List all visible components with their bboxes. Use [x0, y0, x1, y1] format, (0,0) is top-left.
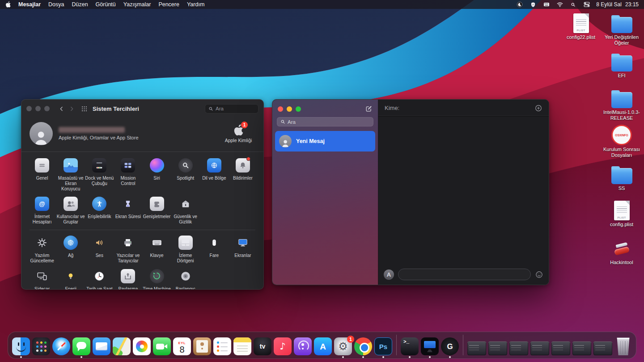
desktop-icon-yeri-degistirilen-ogeler[interactable]: Yeri Değiştirilen Öğeler: [601, 11, 642, 46]
dock-display-app[interactable]: [421, 337, 439, 355]
menu-item-3[interactable]: Görüntü: [96, 1, 116, 8]
dock-messages[interactable]: [72, 337, 90, 355]
desktop-icon-hackintool[interactable]: Hackintool: [601, 236, 642, 265]
show-all-icon[interactable]: [81, 105, 88, 112]
dock-mail[interactable]: [93, 337, 110, 355]
dock-safari[interactable]: [52, 337, 70, 355]
keyboard-icon[interactable]: [542, 1, 550, 8]
pref-tarih-saat[interactable]: Tarih ve Saat: [85, 268, 114, 290]
messages-search-field[interactable]: Ara: [277, 117, 373, 126]
dock-music[interactable]: ♪: [274, 337, 292, 355]
pref-baslangic[interactable]: Başlangıç Diski: [171, 268, 200, 290]
dock-trash[interactable]: [614, 337, 632, 355]
emoji-picker-icon[interactable]: [535, 270, 543, 279]
pref-genisletmeler[interactable]: Genişletmeler: [143, 195, 171, 225]
pref-sidecar[interactable]: Sidecar: [28, 268, 56, 290]
pref-yazicilar[interactable]: Yazıcılar ve Tarayıcılar: [114, 234, 142, 264]
dock-photoshop[interactable]: Ps: [374, 337, 392, 355]
menu-item-5[interactable]: Pencere: [158, 1, 179, 8]
pref-ses[interactable]: Ses: [85, 234, 114, 264]
pref-dil-bolge[interactable]: Dil ve Bölge: [200, 157, 229, 191]
menu-item-6[interactable]: Yardım: [187, 1, 204, 8]
pref-klavye[interactable]: Klavye: [143, 234, 171, 264]
zoom-button[interactable]: [44, 106, 50, 111]
dock-minimized-window[interactable]: [593, 337, 612, 355]
dock-terminal[interactable]: >_: [401, 337, 419, 355]
dock-reminders[interactable]: [213, 337, 231, 355]
dock-launchpad[interactable]: [32, 337, 50, 355]
titlebar[interactable]: Sistem Tercihleri Ara: [21, 100, 263, 118]
spotlight-icon[interactable]: [569, 1, 577, 8]
menubar-app-name[interactable]: Mesajlar: [18, 1, 41, 8]
dock-minimized-window[interactable]: [530, 337, 549, 355]
dock-minimized-window[interactable]: [572, 337, 591, 355]
dock-photos[interactable]: [133, 337, 151, 355]
dock-contacts[interactable]: [193, 337, 211, 355]
pref-ekran-suresi[interactable]: Ekran Süresi: [114, 195, 142, 225]
pref-bildirimler[interactable]: Bildirimler: [229, 157, 257, 191]
pref-kullanicilar[interactable]: Kullanıcılar ve Gruplar: [56, 195, 85, 225]
dock-appletv[interactable]: tv: [254, 337, 271, 355]
dock-appstore[interactable]: A: [314, 337, 332, 355]
apple-menu-icon[interactable]: [5, 1, 11, 8]
dark-mode-icon[interactable]: [516, 1, 523, 8]
pref-erisilebilirlik[interactable]: Erişilebilirlik: [85, 195, 114, 225]
control-center-icon[interactable]: [583, 1, 590, 8]
pref-genel[interactable]: Genel: [28, 157, 56, 191]
wifi-icon[interactable]: [556, 1, 564, 8]
dock-podcasts[interactable]: [294, 337, 312, 355]
dock-logitech-g[interactable]: G: [441, 337, 459, 355]
back-button[interactable]: [59, 106, 64, 112]
dock-sysprefs[interactable]: ⚙1: [334, 337, 352, 355]
pref-timemachine[interactable]: Time Machine: [143, 268, 171, 290]
zoom-button[interactable]: [296, 106, 301, 112]
message-input[interactable]: [398, 269, 531, 280]
dock-minimized-window[interactable]: [488, 337, 507, 355]
dock-maps[interactable]: [113, 337, 131, 355]
dock-calendar[interactable]: EYL8: [173, 337, 191, 355]
pref-internet[interactable]: @İnternet Hesapları: [28, 195, 56, 225]
dock-finder[interactable]: [12, 337, 30, 355]
desktop-icon-kurulum-sonrasi-dosyalari[interactable]: OSXINFOKurulum Sonrası Dosyaları: [601, 123, 642, 158]
shield-icon[interactable]: [529, 1, 537, 8]
pref-yazilim[interactable]: Yazılım Güncelleme: [28, 234, 56, 264]
imessage-apps-button[interactable]: A: [384, 269, 394, 280]
to-field-bar[interactable]: Kime:: [378, 100, 549, 117]
pref-paylasma[interactable]: Paylaşma: [114, 268, 142, 290]
forward-button[interactable]: [69, 106, 75, 112]
desktop-icon-intelmausi-release[interactable]: IntelMausi-1.0.3-RELEASE: [601, 86, 642, 121]
dock-minimized-window[interactable]: [467, 337, 486, 355]
pref-siri[interactable]: Siri: [143, 157, 171, 191]
desktop-icon-efi[interactable]: EFI: [601, 49, 642, 79]
pref-mission-control[interactable]: Mission Control: [114, 157, 142, 191]
apple-id-row[interactable]: Apple Kimliği, Ortamlar ve App Store 1 A…: [21, 118, 263, 152]
pref-masaustu[interactable]: Masaüstü ve Ekran Koruyucu: [56, 157, 85, 191]
close-button[interactable]: [278, 106, 283, 112]
pref-izleme[interactable]: İzleme Dörtgeni: [171, 234, 200, 264]
conversation-item[interactable]: Yeni Mesaj: [275, 131, 375, 152]
desktop-icon-ss[interactable]: SS: [601, 162, 642, 191]
dock-facetime[interactable]: [153, 337, 171, 355]
pref-ag[interactable]: Ağ: [56, 234, 85, 264]
menubar-clock[interactable]: 8 Eylül Sal 23:15: [596, 1, 639, 8]
compose-icon[interactable]: [365, 105, 373, 113]
dock-minimized-window[interactable]: [509, 337, 528, 355]
menu-item-1[interactable]: Dosya: [48, 1, 64, 8]
desktop-icon-config-plist[interactable]: PLISTconfig.plist: [601, 198, 642, 227]
pref-fare[interactable]: Fare: [200, 234, 229, 264]
pref-guvenlik[interactable]: Güvenlik ve Gizlilik: [171, 195, 200, 225]
apple-id-pane-button[interactable]: 1 Apple Kimliği: [221, 124, 255, 143]
dock-chrome[interactable]: [354, 337, 372, 355]
dock-notes[interactable]: [233, 337, 251, 355]
menu-item-4[interactable]: Yazışmalar: [123, 1, 151, 8]
menu-item-2[interactable]: Düzen: [72, 1, 88, 8]
pref-dock-menu[interactable]: Dock ve Menü Çubuğu: [85, 157, 114, 191]
pref-spotlight[interactable]: Spotlight: [171, 157, 200, 191]
add-recipient-button[interactable]: [534, 104, 542, 112]
syspref-search-field[interactable]: Ara: [205, 104, 258, 114]
desktop-icon-config22-plist[interactable]: PLISTconfig22.plist: [560, 11, 602, 40]
dock-minimized-window[interactable]: [551, 337, 570, 355]
minimize-button[interactable]: [287, 106, 292, 112]
close-button[interactable]: [26, 106, 32, 111]
pref-ekranlar[interactable]: Ekranlar: [229, 234, 257, 264]
